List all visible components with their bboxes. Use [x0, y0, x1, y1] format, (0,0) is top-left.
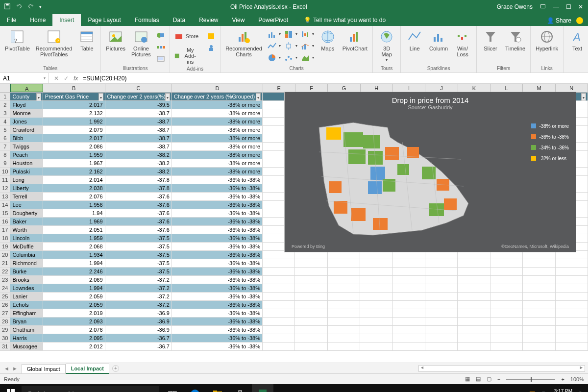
cell[interactable]: -36% to -38% — [172, 251, 263, 259]
cell[interactable]: 2.095 — [43, 334, 105, 343]
column-chart-button[interactable]: ▾ — [266, 29, 282, 40]
col-header-F[interactable]: F — [295, 84, 328, 92]
cell[interactable] — [556, 326, 588, 334]
cell[interactable] — [458, 309, 490, 318]
cell[interactable] — [393, 334, 425, 343]
cell[interactable] — [295, 268, 327, 276]
formula-input[interactable]: =SUM(C20:H20) — [83, 75, 583, 82]
cell[interactable]: Change over 2 years (%Grouped) — [172, 93, 263, 101]
cell[interactable] — [490, 301, 523, 309]
sheet-nav-prev-icon[interactable]: ◄ — [4, 366, 9, 371]
cell[interactable] — [523, 301, 555, 309]
cell[interactable]: 2.038 — [43, 184, 105, 193]
zoom-level[interactable]: 100% — [570, 376, 584, 382]
cell[interactable]: -36% to -38% — [172, 276, 263, 284]
cell[interactable] — [425, 334, 458, 343]
cell[interactable]: -36% to -38% — [172, 318, 263, 326]
row-header[interactable]: 29 — [0, 326, 10, 334]
cell[interactable]: -36% to -38% — [172, 334, 263, 343]
cell[interactable]: 2.019 — [43, 309, 105, 318]
cell[interactable] — [328, 309, 360, 318]
row-header[interactable]: 15 — [0, 209, 10, 218]
row-header[interactable]: 8 — [0, 151, 10, 159]
cell[interactable]: Lincoln — [10, 234, 43, 243]
cell[interactable]: 2.079 — [43, 126, 105, 134]
cell[interactable]: Lanier — [10, 293, 43, 301]
cell[interactable]: -38.7 — [105, 143, 172, 151]
name-box[interactable]: A1▾ — [0, 73, 49, 83]
col-header-L[interactable]: L — [490, 84, 523, 92]
surface-chart-button[interactable]: ▾ — [299, 52, 315, 63]
maximize-icon[interactable]: ☐ — [566, 3, 571, 10]
cell[interactable]: Burke — [10, 268, 43, 276]
cell[interactable]: 1.969 — [43, 218, 105, 226]
cell[interactable] — [393, 326, 425, 334]
table-button[interactable]: Table — [76, 28, 98, 52]
cell[interactable]: -37.5 — [105, 243, 172, 251]
col-header-N[interactable]: N — [556, 84, 588, 92]
sparkline-line-button[interactable]: Line — [404, 28, 425, 52]
row-header[interactable]: 9 — [0, 159, 10, 168]
text-button[interactable]: AText — [566, 28, 588, 52]
cell[interactable]: Twiggs — [10, 143, 43, 151]
cell[interactable] — [425, 259, 458, 268]
cell[interactable]: Liberty — [10, 184, 43, 193]
cell[interactable] — [360, 301, 392, 309]
cell[interactable] — [490, 318, 523, 326]
cell[interactable] — [523, 293, 555, 301]
cell[interactable] — [425, 284, 458, 293]
cell[interactable] — [458, 259, 490, 268]
col-header-A[interactable]: A — [10, 84, 43, 92]
cell[interactable]: 2.162 — [43, 168, 105, 176]
screenshot-button[interactable] — [155, 53, 167, 64]
spreadsheet-grid[interactable]: ABCDEFGHIJKLMN 1CountyPresent Gas PriceC… — [0, 84, 588, 363]
cell[interactable]: 2.086 — [43, 143, 105, 151]
row-header[interactable]: 7 — [0, 143, 10, 151]
row-header[interactable]: 18 — [0, 234, 10, 243]
file-explorer-icon[interactable] — [207, 384, 228, 392]
cell[interactable]: 2.014 — [43, 176, 105, 184]
cell[interactable]: Worth — [10, 226, 43, 234]
cell[interactable]: Baker — [10, 218, 43, 226]
edge-icon[interactable] — [184, 384, 206, 392]
cell[interactable] — [490, 276, 523, 284]
col-header-B[interactable]: B — [43, 84, 105, 92]
fx-icon[interactable]: fx — [74, 75, 78, 82]
cell[interactable]: -36% to -38% — [172, 184, 263, 193]
cell[interactable] — [523, 276, 555, 284]
cell[interactable] — [523, 334, 555, 343]
cell[interactable]: Peach — [10, 151, 43, 159]
cell[interactable]: -38.2 — [105, 168, 172, 176]
row-header[interactable]: 16 — [0, 218, 10, 226]
cell[interactable]: 2.093 — [43, 318, 105, 326]
cell[interactable]: -36.9 — [105, 326, 172, 334]
cell[interactable] — [263, 284, 295, 293]
row-header[interactable]: 5 — [0, 126, 10, 134]
cell[interactable] — [263, 293, 295, 301]
cell[interactable] — [490, 284, 523, 293]
cell[interactable]: 2.012 — [43, 343, 105, 351]
cell[interactable]: -38% or more — [172, 168, 263, 176]
cell[interactable]: -36% to -38% — [172, 201, 263, 209]
cell[interactable] — [490, 309, 523, 318]
rec-pivottables-button[interactable]: ?Recommended PivotTables — [34, 28, 74, 58]
store-button[interactable]: Store — [173, 31, 199, 42]
minimize-icon[interactable]: — — [553, 3, 559, 10]
col-header-K[interactable]: K — [458, 84, 490, 92]
cell[interactable]: -36% to -38% — [172, 193, 263, 201]
cell[interactable]: -36% to -38% — [172, 343, 263, 351]
cell[interactable] — [425, 318, 458, 326]
cell[interactable] — [360, 326, 392, 334]
cell[interactable]: -38.7 — [105, 109, 172, 118]
cell[interactable]: -38% or more — [172, 109, 263, 118]
cell[interactable]: -38.7 — [105, 134, 172, 143]
cell[interactable] — [458, 284, 490, 293]
cell[interactable] — [393, 309, 425, 318]
view-pagebreak-icon[interactable]: ▢ — [487, 376, 491, 382]
row-header[interactable]: 10 — [0, 168, 10, 176]
enter-formula-icon[interactable]: ✓ — [64, 75, 69, 82]
cell[interactable] — [425, 326, 458, 334]
col-header-I[interactable]: I — [393, 84, 425, 92]
tray-clock[interactable]: 3:17 PM7/15/2016 — [551, 389, 573, 392]
add-sheet-button[interactable]: + — [112, 365, 119, 372]
